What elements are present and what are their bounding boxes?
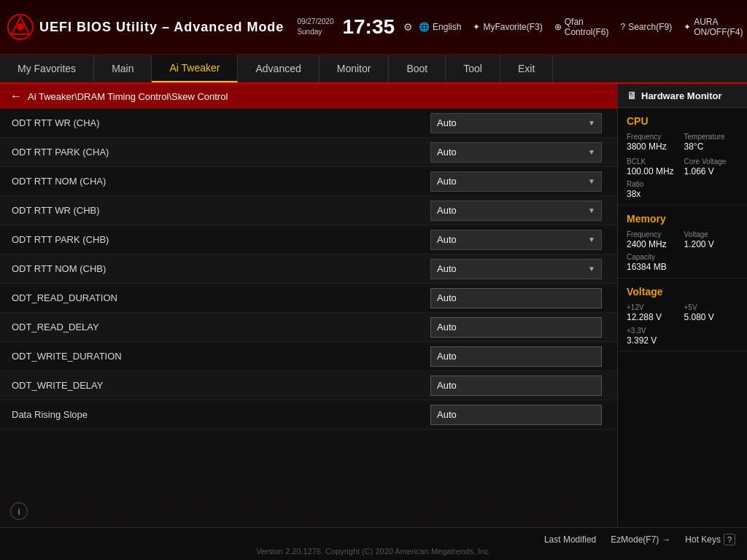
setting-row-odt-rtt-park-chb: ODT RTT PARK (CHB)Auto▼ (0, 225, 617, 254)
app-title: UEFI BIOS Utility – Advanced Mode (39, 20, 284, 35)
cpu-section: CPU Frequency 3800 MHz Temperature 38°C … (618, 108, 747, 206)
hot-keys-btn[interactable]: Hot Keys ? (685, 534, 735, 545)
rog-logo (7, 14, 34, 40)
dropdown-odt-rtt-wr-chb[interactable]: Auto▼ (430, 201, 602, 221)
setting-row-odt-rtt-nom-cha: ODT RTT NOM (CHA)Auto▼ (0, 167, 617, 196)
ez-mode-btn[interactable]: EzMode(F7) → (611, 534, 670, 545)
aura-label: AURA ON/OFF(F4) (694, 17, 743, 37)
setting-label-odt-rtt-nom-chb: ODT RTT NOM (CHB) (12, 263, 430, 274)
aura-icon: ✦ (684, 22, 691, 32)
dropdown-value-odt-rtt-wr-chb: Auto (437, 205, 457, 216)
dropdown-odt-rtt-park-chb[interactable]: Auto▼ (430, 230, 602, 250)
setting-control-data-rising-slope: Auto (430, 405, 605, 425)
left-panel: ← Ai Tweaker\DRAM Timing Control\Skew Co… (0, 84, 617, 527)
setting-label-odt-rtt-wr-chb: ODT RTT WR (CHB) (12, 205, 430, 216)
hw-monitor-header: 🖥 Hardware Monitor (618, 84, 747, 108)
search-label: Search(F9) (628, 22, 672, 32)
aura-control[interactable]: ✦ AURA ON/OFF(F4) (684, 17, 743, 37)
setting-row-odt-write-duration: ODT_WRITE_DURATIONAuto (0, 342, 617, 371)
sidebar-item-tool[interactable]: Tool (446, 55, 500, 82)
setting-control-odt-write-duration: Auto (430, 346, 605, 367)
setting-row-odt-rtt-wr-cha: ODT RTT WR (CHA)Auto▼ (0, 109, 617, 138)
memory-section: Memory Frequency 2400 MHz Voltage 1.200 … (618, 206, 747, 279)
text-field-odt-read-delay[interactable]: Auto (430, 317, 602, 338)
settings-list: ODT RTT WR (CHA)Auto▼ODT RTT PARK (CHA)A… (0, 109, 617, 527)
qfan-label: Qfan Control(F6) (565, 17, 609, 37)
voltage-section: Voltage +12V 12.288 V +5V 5.080 V +3.3V … (618, 279, 747, 351)
sidebar-item-exit[interactable]: Exit (500, 55, 553, 82)
setting-row-odt-read-duration: ODT_READ_DURATIONAuto (0, 284, 617, 313)
back-icon[interactable]: ← (10, 90, 22, 103)
logo-area: UEFI BIOS Utility – Advanced Mode (7, 14, 284, 40)
v33-item: +3.3V 3.392 V (627, 327, 738, 347)
setting-control-odt-rtt-nom-cha: Auto▼ (430, 171, 605, 192)
memory-title: Memory (627, 213, 738, 225)
sidebar-item-ai-tweaker[interactable]: Ai Tweaker (152, 55, 238, 82)
dropdown-odt-rtt-nom-chb[interactable]: Auto▼ (430, 259, 602, 279)
dropdown-arrow-odt-rtt-wr-cha: ▼ (588, 119, 595, 127)
favorite-icon: ✦ (473, 22, 480, 32)
ez-mode-icon: → (662, 534, 670, 545)
setting-label-data-rising-slope: Data Rising Slope (12, 409, 430, 420)
cpu-temperature-item: Temperature 38°C (684, 133, 739, 153)
text-field-odt-write-delay[interactable]: Auto (430, 376, 602, 396)
v5-item: +5V 5.080 V (684, 303, 739, 324)
right-panel: 🖥 Hardware Monitor CPU Frequency 3800 MH… (617, 84, 747, 527)
dropdown-arrow-odt-rtt-park-chb: ▼ (588, 236, 595, 244)
setting-row-odt-rtt-park-cha: ODT RTT PARK (CHA)Auto▼ (0, 138, 617, 167)
fan-icon: ⊕ (554, 22, 562, 32)
copyright: Version 2.20.1276. Copyright (C) 2020 Am… (0, 547, 747, 558)
setting-control-odt-rtt-wr-chb: Auto▼ (430, 201, 605, 221)
settings-icon[interactable]: ⚙ (403, 21, 413, 33)
cpu-ratio-item: Ratio 38x (627, 180, 738, 201)
myfavorite-control[interactable]: ✦ MyFavorite(F3) (473, 22, 542, 32)
breadcrumb-path: Ai Tweaker\DRAM Timing Control\Skew Cont… (28, 91, 228, 102)
sidebar-item-advanced[interactable]: Advanced (238, 55, 319, 82)
info-icon[interactable]: i (10, 502, 28, 520)
setting-control-odt-rtt-wr-cha: Auto▼ (430, 113, 605, 133)
hot-keys-label: Hot Keys (685, 534, 721, 545)
cpu-core-voltage-item: Core Voltage 1.066 V (684, 158, 739, 178)
header-controls: 🌐 English ✦ MyFavorite(F3) ⊕ Qfan Contro… (419, 17, 743, 37)
myfavorite-label: MyFavorite(F3) (483, 22, 542, 32)
setting-control-odt-read-duration: Auto (430, 288, 605, 308)
language-label: English (433, 22, 461, 32)
navbar: My Favorites Main Ai Tweaker Advanced Mo… (0, 55, 747, 84)
date-info: 09/27/2020 Sunday (297, 17, 333, 37)
text-field-odt-write-duration[interactable]: Auto (430, 346, 602, 367)
globe-icon: 🌐 (419, 22, 430, 32)
cpu-title: CPU (627, 115, 738, 127)
sidebar-item-boot[interactable]: Boot (389, 55, 446, 82)
dropdown-odt-rtt-wr-cha[interactable]: Auto▼ (430, 113, 602, 133)
search-control[interactable]: ? Search(F9) (620, 22, 672, 32)
setting-label-odt-rtt-nom-cha: ODT RTT NOM (CHA) (12, 176, 430, 187)
dropdown-arrow-odt-rtt-nom-cha: ▼ (588, 177, 595, 185)
dropdown-value-odt-rtt-wr-cha: Auto (437, 117, 457, 128)
setting-control-odt-read-delay: Auto (430, 317, 605, 338)
time-area: 09/27/2020 Sunday 17:35 ⚙ (297, 15, 413, 39)
setting-control-odt-rtt-park-chb: Auto▼ (430, 230, 605, 250)
dropdown-odt-rtt-park-cha[interactable]: Auto▼ (430, 142, 602, 163)
setting-label-odt-rtt-park-chb: ODT RTT PARK (CHB) (12, 234, 430, 245)
voltage-title: Voltage (627, 286, 738, 298)
memory-capacity-item: Capacity 16384 MB (627, 253, 738, 273)
sidebar-item-monitor[interactable]: Monitor (320, 55, 390, 82)
sidebar-item-my-favorites[interactable]: My Favorites (0, 55, 94, 82)
breadcrumb: ← Ai Tweaker\DRAM Timing Control\Skew Co… (0, 84, 617, 109)
setting-control-odt-rtt-park-cha: Auto▼ (430, 142, 605, 163)
memory-frequency-item: Frequency 2400 MHz (627, 230, 681, 251)
dropdown-value-odt-rtt-nom-chb: Auto (437, 263, 457, 274)
language-control[interactable]: 🌐 English (419, 22, 461, 32)
qfan-control[interactable]: ⊕ Qfan Control(F6) (554, 17, 609, 37)
v12-item: +12V 12.288 V (627, 303, 681, 324)
dropdown-odt-rtt-nom-cha[interactable]: Auto▼ (430, 171, 602, 192)
text-field-data-rising-slope[interactable]: Auto (430, 405, 602, 425)
cpu-bclk-item: BCLK 100.00 MHz (627, 158, 681, 178)
last-modified-btn[interactable]: Last Modified (544, 534, 596, 545)
setting-row-odt-read-delay: ODT_READ_DELAYAuto (0, 313, 617, 342)
sidebar-item-main[interactable]: Main (94, 55, 152, 82)
text-field-odt-read-duration[interactable]: Auto (430, 288, 602, 308)
setting-label-odt-rtt-park-cha: ODT RTT PARK (CHA) (12, 147, 430, 158)
setting-control-odt-rtt-nom-chb: Auto▼ (430, 259, 605, 279)
memory-voltage-item: Voltage 1.200 V (684, 230, 739, 251)
